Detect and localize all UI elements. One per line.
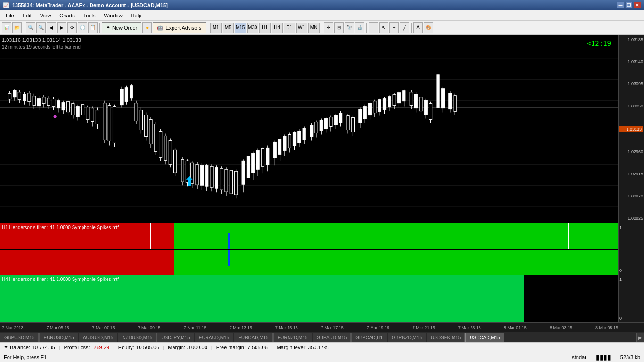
minimize-button[interactable]: — xyxy=(617,2,624,8)
hend1-red-bottom xyxy=(0,249,174,275)
svg-rect-28 xyxy=(52,99,55,107)
tf-m30[interactable]: M30 xyxy=(247,23,258,33)
expert-label: Expert Advisors xyxy=(165,25,201,31)
time-label-4: 7 Mar 11:15 xyxy=(184,325,206,330)
svg-rect-47 xyxy=(96,110,99,124)
hend1-scale-bottom: 0 xyxy=(619,268,643,273)
equity-label: Equity: xyxy=(118,345,134,350)
tab-usdcad-m15[interactable]: USDCAD,M15 xyxy=(465,333,504,342)
tf-h4[interactable]: H4 xyxy=(272,23,283,33)
menu-tools[interactable]: Tools xyxy=(80,11,99,20)
tab-usdsek-m15[interactable]: USDSEK,M15 xyxy=(427,333,465,342)
toolbar-separator-6 xyxy=(411,23,412,33)
tab-gbpusd-m15[interactable]: GBPUSD,M15 xyxy=(0,333,39,342)
tb-auto-scroll[interactable]: ⟳ xyxy=(67,22,77,33)
tb-draw[interactable]: ╱ xyxy=(400,22,409,33)
tb-scroll-left[interactable]: ◀ xyxy=(47,22,56,33)
tb-yellow-dot[interactable]: ● xyxy=(142,22,152,33)
new-order-label: New Order xyxy=(112,25,137,31)
time-label-0: 7 Mar 2013 xyxy=(2,325,24,330)
time-label-6: 7 Mar 15:15 xyxy=(275,325,298,330)
tb-crosshair[interactable]: ✛ xyxy=(324,22,333,33)
tab-audusd-m15[interactable]: AUDUSD,M15 xyxy=(79,333,117,342)
tab-usdjpy-m15[interactable]: USDJPY,M15 xyxy=(157,333,194,342)
svg-rect-74 xyxy=(164,136,167,160)
tf-m1[interactable]: M1 xyxy=(210,23,222,33)
menu-window[interactable]: Window xyxy=(100,11,126,20)
time-label-9: 7 Mar 21:15 xyxy=(413,325,435,330)
help-text: For Help, press F1 xyxy=(4,354,47,360)
svg-rect-166 xyxy=(403,91,405,101)
tab-eurusd-m15[interactable]: EURUSD,M15 xyxy=(39,333,78,342)
tb-color[interactable]: 🎨 xyxy=(424,22,433,33)
tb-zoom-in[interactable]: 🔍 xyxy=(26,22,35,33)
tb-scroll-right[interactable]: ▶ xyxy=(57,22,66,33)
status-center: stndar xyxy=(572,354,586,360)
expert-advisors-button[interactable]: 🤖 Expert Advisors xyxy=(153,22,206,33)
tb-zoomout2[interactable]: 🔭 xyxy=(345,22,354,33)
svg-rect-64 xyxy=(140,110,142,130)
tf-w1[interactable]: W1 xyxy=(296,23,307,33)
svg-rect-86 xyxy=(196,164,198,185)
menu-view[interactable]: View xyxy=(36,11,55,20)
menu-charts[interactable]: Charts xyxy=(56,11,78,20)
close-button[interactable]: ✕ xyxy=(634,2,641,8)
svg-rect-174 xyxy=(424,100,427,115)
svg-rect-18 xyxy=(28,93,31,102)
balance-value: 10 774.35 xyxy=(32,345,55,350)
tb-zoom-out[interactable]: 🔍 xyxy=(36,22,46,33)
balance-label: Balance: xyxy=(10,345,30,350)
price-level-1: 1.03185 xyxy=(619,37,643,42)
tb-line[interactable]: — xyxy=(369,22,378,33)
menu-help[interactable]: Help xyxy=(127,11,146,20)
price-scale: 1.03185 1.03140 1.03095 1.03050 1.03133 … xyxy=(618,35,644,223)
svg-rect-14 xyxy=(18,92,21,100)
svg-rect-152 xyxy=(368,103,371,115)
current-price: 1.03133 xyxy=(619,126,643,132)
svg-rect-55 xyxy=(120,89,123,105)
tab-eurnzd-m15[interactable]: EURNZD,M15 xyxy=(273,333,312,342)
tf-h1[interactable]: H1 xyxy=(259,23,271,33)
menu-edit[interactable]: Edit xyxy=(19,11,35,20)
tab-gbpaud-m15[interactable]: GBPAUD,M15 xyxy=(313,333,351,342)
tb-plus[interactable]: + xyxy=(389,22,399,33)
title-bar-left: 📈 1355834: MetaTrader - AAAFx - Demo Acc… xyxy=(3,2,168,8)
tb-zoomin2[interactable]: 🔬 xyxy=(355,22,364,33)
svg-rect-148 xyxy=(359,109,362,123)
svg-rect-39 xyxy=(76,107,79,117)
svg-rect-10 xyxy=(8,94,11,99)
tab-scroll-right[interactable]: ▶ xyxy=(636,333,644,342)
tb-cursor[interactable]: ↖ xyxy=(379,22,388,33)
tf-m5[interactable]: M5 xyxy=(223,23,234,33)
up-arrow-indicator: ⬆ xyxy=(184,174,195,189)
hend1-hline xyxy=(0,249,618,250)
tab-gbpcad-h1[interactable]: GBPCAD,H1 xyxy=(351,333,387,342)
tab-gbpnzd-m15[interactable]: GBPNZD,M15 xyxy=(388,333,426,342)
tab-nzdusd-m15[interactable]: NZDUSD,M15 xyxy=(118,333,157,342)
svg-rect-41 xyxy=(81,105,84,115)
svg-rect-96 xyxy=(220,168,223,190)
tb-open[interactable]: 📂 xyxy=(12,22,22,33)
margin-label: Margin: xyxy=(168,345,185,350)
menu-bar: File Edit View Charts Tools Window Help xyxy=(0,10,644,21)
tab-euraud-m15[interactable]: EURAUD,M15 xyxy=(195,333,233,342)
henderson2-scale: 1 0 xyxy=(618,275,644,322)
svg-rect-31 xyxy=(57,101,60,108)
tb-zoom[interactable]: ⊞ xyxy=(334,22,344,33)
chart-panel[interactable]: 1.03116 1.03133 1.03114 1.03133 12 minut… xyxy=(0,35,644,223)
tb-period[interactable]: 🕐 xyxy=(78,22,87,33)
restore-button[interactable]: ❐ xyxy=(625,2,633,8)
menu-file[interactable]: File xyxy=(2,11,18,20)
tf-m15[interactable]: M15 xyxy=(235,23,246,33)
svg-rect-168 xyxy=(410,92,413,106)
tab-eurcad-m15[interactable]: EURCAD,M15 xyxy=(234,333,272,342)
time-axis: 7 Mar 2013 7 Mar 05:15 7 Mar 07:15 7 Mar… xyxy=(0,322,644,332)
new-order-button[interactable]: ✦ New Order xyxy=(102,22,141,33)
svg-rect-57 xyxy=(125,88,128,102)
tb-template[interactable]: 📋 xyxy=(88,22,98,33)
tb-new-chart[interactable]: 📊 xyxy=(2,22,11,33)
svg-rect-154 xyxy=(373,101,376,113)
tb-text[interactable]: A xyxy=(413,22,423,33)
tf-d1[interactable]: D1 xyxy=(284,23,295,33)
tf-mn[interactable]: MN xyxy=(308,23,320,33)
